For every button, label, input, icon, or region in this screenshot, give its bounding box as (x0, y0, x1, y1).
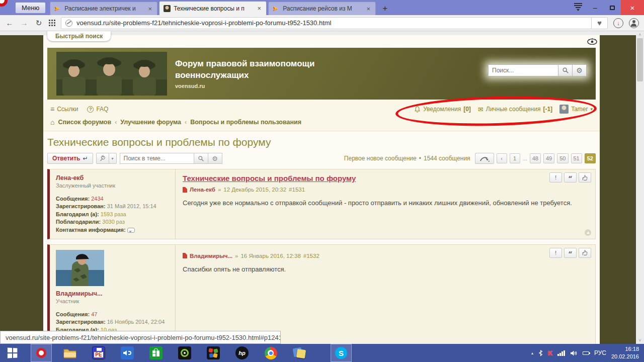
taskbar-chrome-icon[interactable] (260, 344, 281, 362)
tray-expand-icon[interactable]: ▴ (531, 351, 533, 355)
page-button-50[interactable]: 50 (557, 153, 568, 163)
notifications-link[interactable]: Уведомления [0] (414, 106, 471, 113)
url-input[interactable] (76, 19, 587, 27)
jump-to-post-button[interactable] (475, 153, 494, 164)
tab-tehnicheskie-voprosy[interactable]: Технические вопросы и п × (159, 1, 267, 15)
site-badge-icon[interactable] (65, 20, 72, 27)
site-search-button[interactable] (558, 64, 573, 76)
bluetooth-icon[interactable] (538, 349, 543, 356)
post-number[interactable]: #1532 (303, 253, 319, 259)
user-menu[interactable]: Tamer ▾ (559, 105, 593, 114)
topic-search-input[interactable] (120, 153, 194, 164)
byline-author-link[interactable]: Владимирыч... (190, 253, 232, 259)
taskbar-webcam-icon[interactable] (174, 344, 195, 362)
clock[interactable]: 16:18 20.02.2016 (611, 345, 639, 360)
faq-link[interactable]: ? FAQ (87, 106, 108, 113)
profile-icon[interactable] (629, 18, 639, 28)
contact-bubble-icon[interactable] (127, 228, 135, 233)
page-button-48[interactable]: 48 (530, 153, 541, 163)
tab-close-icon[interactable]: × (147, 5, 153, 13)
tab-close-icon[interactable]: × (366, 5, 372, 13)
breadcrumb-item-forums[interactable]: Список форумов (58, 119, 111, 126)
stat-value: 2434 (91, 196, 103, 202)
browser-menu-button[interactable]: Меню (15, 2, 46, 14)
post-author-avatar[interactable] (56, 250, 104, 286)
minimize-button[interactable]: – (587, 0, 604, 15)
taskbar-puzzle-app-icon[interactable] (203, 344, 224, 362)
tab-raspisanie-elektrichek[interactable]: ➤ Расписание электричек и × (50, 2, 157, 15)
bookmark-heart-icon[interactable]: ♥ (592, 17, 608, 29)
taskbar-store-icon[interactable] (145, 344, 167, 362)
tab-close-icon[interactable]: × (257, 5, 263, 12)
thanks-button[interactable] (579, 172, 591, 183)
nav-row: ≡ Ссылки ? FAQ Уведомления [0] (50, 105, 593, 114)
first-new-message-link[interactable]: Первое новое сообщение (344, 155, 417, 162)
post-title-link[interactable]: Технические вопросы и проблемы по форуму (183, 174, 356, 183)
quote-button[interactable]: “ (564, 172, 577, 183)
start-button[interactable] (2, 344, 23, 362)
post-doc-icon[interactable] (183, 187, 187, 193)
links-menu[interactable]: ≡ Ссылки (50, 105, 78, 113)
report-button[interactable]: ! (549, 172, 562, 183)
taskbar-explorer-icon[interactable] (59, 344, 80, 362)
page-scrollbar[interactable]: ˄ ˅ (636, 31, 644, 344)
post-number[interactable]: #1531 (289, 187, 305, 193)
forward-icon[interactable]: → (20, 19, 29, 27)
wrench-button[interactable] (96, 153, 109, 164)
scrollbar-down-arrow[interactable]: ˅ (636, 337, 644, 344)
page-button-current-52[interactable]: 52 (585, 153, 596, 163)
network-signal-icon[interactable] (557, 350, 565, 356)
battery-icon[interactable] (583, 351, 589, 355)
post-author-link[interactable]: Владимирыч... (56, 290, 169, 297)
scrollbar-up-arrow[interactable]: ˄ (636, 31, 644, 38)
topic-search-settings-button[interactable]: ⚙ (208, 153, 222, 164)
topic-toolbar: Ответить ↵ ▾ ⚙ (47, 153, 596, 164)
page-button-49[interactable]: 49 (543, 153, 554, 163)
language-indicator[interactable]: РУС (594, 349, 606, 356)
quick-search-tab[interactable]: Быстрый поиск (47, 31, 111, 41)
reply-button[interactable]: Ответить ↵ (47, 153, 93, 164)
taskbar-skype-icon[interactable]: S (331, 344, 352, 362)
byline-author-link[interactable]: Лена-екб (190, 187, 215, 193)
tools-dropdown-button[interactable]: ▾ (109, 153, 117, 164)
url-field[interactable] (61, 17, 592, 29)
taskbar-opera-icon[interactable] (31, 344, 52, 362)
scrollbar-thumb[interactable] (637, 38, 643, 81)
tab-menu-icon[interactable] (570, 0, 587, 15)
scroll-top-button[interactable] (585, 229, 591, 236)
topic-search-button[interactable] (194, 153, 208, 164)
prev-page-button[interactable]: ‹ (497, 153, 507, 163)
site-search-input[interactable] (488, 64, 558, 76)
page-button-51[interactable]: 51 (571, 153, 582, 163)
visually-impaired-eye-icon[interactable] (587, 38, 598, 45)
volume-icon[interactable] (570, 350, 578, 356)
maximize-button[interactable] (604, 0, 621, 15)
report-button[interactable]: ! (549, 248, 562, 258)
tab-raspisanie-reisov[interactable]: ➤ Расписание рейсов из М × (268, 2, 376, 15)
taskbar-hp-icon[interactable]: hp (231, 344, 253, 362)
site-search-settings-button[interactable]: ⚙ (573, 64, 587, 76)
magnifier-icon (198, 155, 204, 162)
home-icon[interactable]: ⌂ (50, 118, 54, 126)
thanks-button[interactable] (579, 248, 591, 258)
breadcrumb-item-improvement[interactable]: Улучшение форума (120, 119, 181, 126)
private-messages-link[interactable]: ✉ Личные сообщения [-1] (478, 106, 552, 113)
taskbar-notes-icon[interactable] (289, 344, 310, 362)
forum-favicon (164, 5, 171, 12)
kaspersky-icon[interactable]: K (548, 349, 552, 357)
page-button-1[interactable]: 1 (510, 153, 520, 163)
taskbar-audio-app-icon[interactable] (117, 344, 138, 362)
post-doc-icon[interactable] (183, 253, 187, 258)
opera-logo-icon[interactable] (0, 0, 8, 7)
back-icon[interactable]: ← (5, 19, 14, 27)
quote-button[interactable]: “ (564, 248, 577, 258)
post-author-link[interactable]: Лена-екб (56, 174, 169, 182)
taskbar-pe-icon[interactable]: PE (88, 344, 109, 362)
downloads-icon[interactable]: ↓ (613, 18, 623, 28)
speed-dial-icon[interactable] (49, 20, 55, 26)
close-button[interactable]: × (621, 0, 644, 15)
stat-label: Поблагодарили: (56, 219, 101, 225)
reload-icon[interactable]: ↻ (34, 19, 43, 28)
breadcrumb-item-questions[interactable]: Вопросы и проблемы пользования (190, 119, 301, 126)
new-tab-button[interactable]: + (377, 2, 392, 15)
